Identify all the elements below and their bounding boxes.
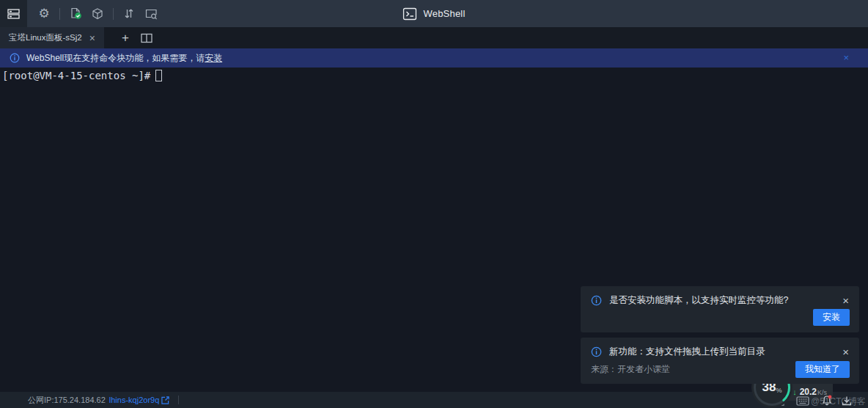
window-search-button[interactable] [140,0,162,27]
keyboard-icon [796,396,809,406]
tab-bt-linux-panel[interactable]: 宝塔Linux面板-sSj2 × [0,27,104,48]
sort-transfer-button[interactable] [118,0,140,27]
instance-link[interactable]: lhins-kqj2or9q [109,396,169,404]
plus-icon: + [122,31,129,45]
download-button[interactable] [842,396,852,406]
toast-drag-upload: 新功能：支持文件拖拽上传到当前目录 × 来源：开发者小课堂 我知道了 [581,338,859,384]
split-view-button[interactable] [141,27,152,48]
external-link-icon [161,396,169,404]
status-bar: 公网IP:175.24.184.62 lhins-kqj2or9q [0,392,868,408]
toast-install-monitor: 是否安装功能脚本，以支持实时监控等功能? × 安装 [581,286,859,332]
install-button[interactable]: 安装 [813,309,850,326]
tab-label: 宝塔Linux面板-sSj2 [9,32,82,43]
close-icon[interactable]: × [843,48,849,68]
new-tab-button[interactable]: + [122,27,129,48]
close-icon[interactable]: × [842,346,849,357]
terminal-icon [402,7,416,21]
terminal-cursor [155,70,162,81]
toast-message: 是否安装功能脚本，以支持实时监控等功能? [609,294,788,307]
download-icon [842,396,852,406]
toast-message: 新功能：支持文件拖拽上传到当前目录 [609,346,765,358]
got-it-button[interactable]: 我知道了 [795,361,850,378]
public-ip-label: 公网IP:175.24.184.62 [28,395,106,406]
notifications-button[interactable] [822,395,832,406]
apps-grid-button[interactable] [0,0,27,27]
webshell-window: ⚙ [0,0,868,408]
toolbar-divider [113,8,114,20]
terminal-prompt: [root@VM-4-15-centos ~]# [2,69,162,83]
statusbar-divider [178,396,179,404]
split-view-icon [141,33,152,43]
keyboard-button[interactable] [796,396,809,406]
info-icon [591,295,602,306]
toast-source: 来源：开发者小课堂 [591,363,670,376]
banner-message: WebShell现在支持命令块功能，如果需要，请安装 [26,52,222,65]
package-icon [92,8,103,20]
info-icon [10,53,20,63]
info-icon [591,346,602,357]
toolbar-divider [59,8,60,20]
apps-grid-icon [7,8,20,20]
banner-install-link[interactable]: 安装 [205,53,222,63]
tab-bar: 宝塔Linux面板-sSj2 × + [0,27,868,48]
settings-gear-icon: ⚙ [38,7,49,20]
package-button[interactable] [87,0,108,27]
settings-button[interactable]: ⚙ [33,0,55,27]
file-check-icon [70,7,82,20]
top-toolbar: ⚙ [0,0,868,27]
sort-arrows-icon [124,8,134,19]
window-search-icon [145,8,158,20]
notification-banner: WebShell现在支持命令块功能，如果需要，请安装 × [0,48,868,68]
file-check-button[interactable] [65,0,87,27]
window-title: WebShell [402,0,465,27]
close-icon[interactable]: × [89,33,95,43]
close-icon[interactable]: × [842,295,849,306]
bell-icon [822,395,832,406]
page-title: WebShell [423,8,465,19]
